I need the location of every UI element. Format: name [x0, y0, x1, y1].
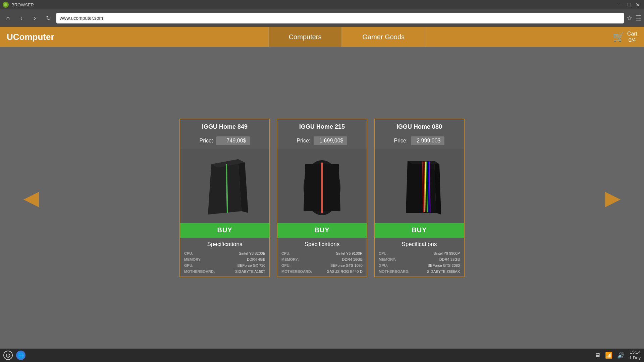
browser-titlebar: BROWSER — □ ✕ — [0, 0, 644, 9]
browser-navbar: ⌂ ‹ › ↻ ☆ ☰ — [0, 9, 644, 27]
site-header: UComputer Computers Gamer Goods 🛒 Cart 0… — [0, 27, 644, 47]
buy-button-215[interactable]: BUY — [277, 223, 367, 238]
pc-case-svg-080 — [396, 154, 443, 218]
specs-849: Specifications CPU: Sintel Y3 8200E MEMO… — [180, 238, 269, 277]
spec-memory-215: MEMORY: DDR4 16GB — [277, 256, 367, 262]
taskbar-clock: 15:14 1 Day — [629, 350, 641, 361]
buy-button-849[interactable]: BUY — [180, 223, 269, 238]
product-price-215: Price: 1 699,00$ — [277, 134, 367, 149]
cart-icon: 🛒 — [613, 32, 625, 43]
svg-marker-10 — [406, 161, 436, 213]
home-button[interactable]: ⌂ — [3, 13, 13, 23]
power-button[interactable]: ⏻ — [3, 351, 13, 360]
product-price-849: Price: 749,00$ — [180, 134, 269, 149]
product-price-080: Price: 2 999,00$ — [375, 134, 464, 149]
forward-button[interactable]: › — [30, 13, 40, 23]
browser-icon — [3, 2, 9, 8]
product-card-849: IGGU Home 849 Price: 749,00$ BUY Specifi… — [179, 119, 270, 277]
bookmark-icon[interactable]: ☆ — [627, 14, 633, 22]
taskbar-right: 🖥 📶 🔊 15:14 1 Day — [594, 350, 641, 361]
products-container: IGGU Home 849 Price: 749,00$ BUY Specifi… — [179, 119, 465, 277]
page-content: ◀ IGGU Home 849 Price: 749,00$ BUY — [0, 47, 644, 349]
wifi-icon[interactable]: 📶 — [605, 352, 612, 359]
window-controls: — □ ✕ — [616, 2, 641, 8]
display-icon[interactable]: 🖥 — [594, 352, 600, 359]
cart-label: Cart 0/4 — [627, 31, 637, 43]
svg-point-0 — [4, 3, 7, 6]
price-label-080: Price: — [394, 138, 408, 144]
spec-cpu-080: CPU: Sintel Y9 9900P — [375, 250, 464, 256]
next-arrow-button[interactable]: ▶ — [602, 183, 624, 213]
specs-215: Specifications CPU: Sintel Y5 9100R MEMO… — [277, 238, 367, 277]
left-arrow-icon: ◀ — [23, 187, 39, 209]
browser-taskbar-icon[interactable]: 🌐 — [16, 351, 25, 360]
price-label-215: Price: — [297, 138, 311, 144]
volume-icon[interactable]: 🔊 — [617, 352, 625, 359]
back-button[interactable]: ‹ — [16, 13, 27, 23]
spec-motherboard-849: MOTHERBOARD: SIGABYTE A150T — [180, 268, 269, 275]
spec-motherboard-080: MOTHERBOARD: SIGABYTE Z666AX — [375, 268, 464, 275]
svg-marker-12 — [408, 161, 439, 164]
site-nav: Computers Gamer Goods — [80, 27, 613, 47]
cart-button[interactable]: 🛒 Cart 0/4 — [613, 31, 637, 43]
spec-gpu-849: GPU: BEForce GX 730 — [180, 262, 269, 268]
specs-080: Specifications CPU: Sintel Y9 9900P MEMO… — [375, 238, 464, 277]
site-logo[interactable]: UComputer — [7, 32, 67, 42]
spec-memory-849: MEMORY: DDR4 4GB — [180, 256, 269, 262]
spec-gpu-080: GPU: BEForce GTS 2080 — [375, 262, 464, 268]
product-image-849 — [180, 149, 269, 223]
specs-title-849: Specifications — [180, 241, 269, 248]
pc-case-svg-849 — [201, 154, 248, 218]
close-button[interactable]: ✕ — [634, 2, 641, 8]
prev-arrow-button[interactable]: ◀ — [20, 183, 42, 213]
reload-button[interactable]: ↻ — [43, 13, 54, 23]
product-name-215: IGGU Home 215 — [277, 119, 367, 134]
menu-icon[interactable]: ☰ — [635, 14, 641, 22]
nav-gamer-goods[interactable]: Gamer Goods — [342, 27, 425, 47]
taskbar: ⏻ 🌐 🖥 📶 🔊 15:14 1 Day — [0, 349, 644, 362]
product-card-215: IGGU Home 215 Price: 1 699,00$ BUY — [277, 119, 367, 277]
address-bar[interactable] — [56, 13, 624, 23]
product-name-849: IGGU Home 849 — [180, 119, 269, 134]
price-value-215: 1 699,00$ — [314, 136, 347, 145]
specs-title-080: Specifications — [375, 241, 464, 248]
spec-memory-080: MEMORY: DDR4 32GB — [375, 256, 464, 262]
spec-gpu-215: GPU: BEForce GTS 1080 — [277, 262, 367, 268]
product-image-080 — [375, 149, 464, 223]
maximize-button[interactable]: □ — [626, 2, 632, 8]
browser-title-label: BROWSER — [11, 2, 34, 7]
product-image-215 — [277, 149, 367, 223]
taskbar-date-value: 1 Day — [629, 355, 641, 361]
product-card-080: IGGU Home 080 Price: 2 999,00$ — [374, 119, 465, 277]
spec-cpu-215: CPU: Sintel Y5 9100R — [277, 250, 367, 256]
price-label-849: Price: — [200, 138, 213, 144]
right-arrow-icon: ▶ — [605, 187, 621, 209]
pc-case-svg-215 — [299, 154, 345, 218]
spec-motherboard-215: MOTHERBOARD: GASUS ROG B440-D — [277, 268, 367, 275]
minimize-button[interactable]: — — [616, 2, 624, 8]
taskbar-time-value: 15:14 — [629, 350, 641, 355]
spec-cpu-849: CPU: Sintel Y3 8200E — [180, 250, 269, 256]
nav-computers[interactable]: Computers — [268, 27, 342, 47]
price-value-080: 2 999,00$ — [411, 136, 444, 145]
price-value-849: 749,00$ — [216, 136, 250, 145]
product-name-080: IGGU Home 080 — [375, 119, 464, 134]
specs-title-215: Specifications — [277, 241, 367, 248]
svg-marker-1 — [208, 159, 241, 215]
buy-button-080[interactable]: BUY — [375, 223, 464, 238]
